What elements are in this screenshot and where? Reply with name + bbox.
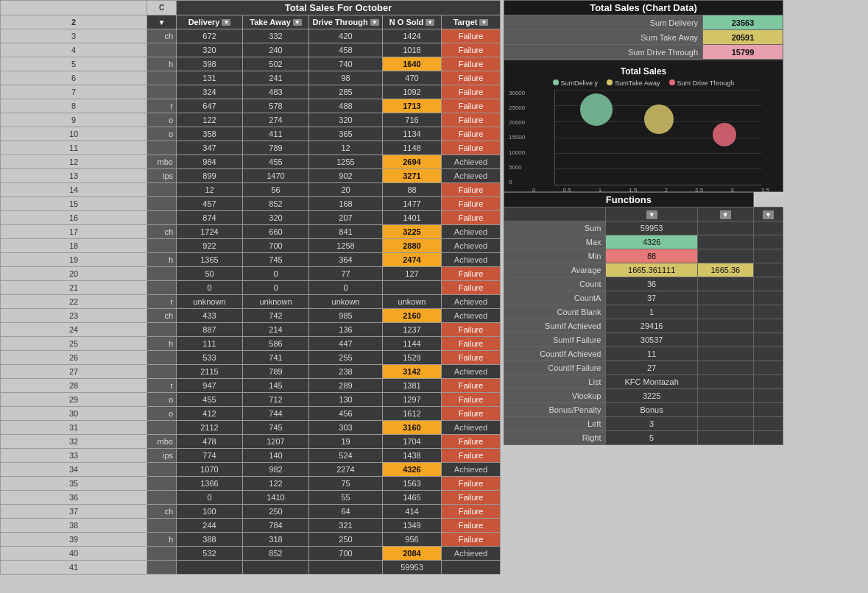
main-table-wrapper[interactable]: C Total Sales For October 2 ▼ Delivery ▼ bbox=[0, 0, 501, 593]
func-col4-dropdown[interactable]: ▼ bbox=[763, 210, 774, 219]
func-countif-ach-label: CountIf Achieved bbox=[504, 347, 606, 361]
func-row-sumif-fail: SumIf Failure 30537 bbox=[504, 333, 783, 347]
nosold-cell-4: 1018 bbox=[383, 43, 442, 57]
takeaway-cell-17: 660 bbox=[243, 225, 309, 239]
table-row: 43202404581018Failure bbox=[1, 43, 501, 57]
func-vlookup-val1: 3225 bbox=[606, 389, 697, 403]
row-label-27 bbox=[147, 365, 177, 379]
delivery-cell-3: 672 bbox=[177, 29, 243, 43]
takeaway-cell-36: 1410 bbox=[243, 491, 309, 505]
table-row: 168743202071401Failure bbox=[1, 211, 501, 225]
legend-takeaway-dot bbox=[607, 79, 613, 85]
corner-cell bbox=[1, 1, 147, 15]
func-row-avg: Avarage 1665.361111 1665.36 bbox=[504, 263, 783, 277]
row-num-13: 13 bbox=[1, 169, 147, 183]
func-col4-header[interactable]: ▼ bbox=[753, 207, 783, 221]
delivery-cell-34: 1070 bbox=[177, 463, 243, 477]
delivery-cell-31: 2112 bbox=[177, 421, 243, 435]
delivery-dropdown[interactable]: ▼ bbox=[222, 19, 230, 26]
nosold-cell-6: 470 bbox=[383, 71, 442, 85]
func-bonus-val1: Bonus bbox=[606, 403, 697, 417]
row-label-15 bbox=[147, 197, 177, 211]
func-count-label: Count bbox=[504, 277, 606, 291]
takeaway-cell-23: 742 bbox=[243, 309, 309, 323]
target-cell-24: Failure bbox=[442, 323, 501, 337]
target-dropdown[interactable]: ▼ bbox=[479, 19, 488, 26]
target-cell-29: Failure bbox=[442, 393, 501, 407]
takeaway-cell-22: unknown bbox=[243, 295, 309, 309]
target-cell-31: Achieved bbox=[442, 421, 501, 435]
nosold-cell-20: 127 bbox=[383, 267, 442, 281]
row-label-41 bbox=[147, 561, 177, 575]
func-row-countif-ach: CountIf Achieved 11 bbox=[504, 347, 783, 361]
delivery-cell-29: 455 bbox=[177, 393, 243, 407]
nosold-cell-34: 4326 bbox=[383, 463, 442, 477]
delivery-cell-19: 1365 bbox=[177, 253, 243, 267]
drive-dropdown[interactable]: ▼ bbox=[370, 19, 379, 26]
row-num-7: 7 bbox=[1, 85, 147, 99]
functions-title: Functions bbox=[504, 193, 754, 207]
func-countblank-label: Count Blank bbox=[504, 305, 606, 319]
nosold-cell-19: 2474 bbox=[383, 253, 442, 267]
row-num-16: 16 bbox=[1, 211, 147, 225]
func-row-count: Count 36 bbox=[504, 277, 783, 291]
row-num-41: 41 bbox=[1, 561, 147, 575]
target-cell-12: Achieved bbox=[442, 155, 501, 169]
table-row: 39h388318250956Failure bbox=[1, 533, 501, 547]
right-panel-scroll[interactable]: Total Sales (Chart Data) Sum Delivery 23… bbox=[504, 0, 783, 593]
col-c-header: C bbox=[147, 1, 177, 15]
target-cell-16: Failure bbox=[442, 211, 501, 225]
nosold-dropdown[interactable]: ▼ bbox=[426, 19, 434, 26]
func-row-vlookup: Vlookup 3225 bbox=[504, 389, 783, 403]
takeaway-cell-13: 1470 bbox=[243, 169, 309, 183]
func-row-right: Right 5 bbox=[504, 431, 783, 445]
takeaway-cell-19: 745 bbox=[243, 253, 309, 267]
func-col3-header[interactable]: ▼ bbox=[697, 207, 753, 221]
table-row: 2721157892383142Achieved bbox=[1, 365, 501, 379]
takeaway-cell-11: 789 bbox=[243, 141, 309, 155]
takeaway-cell-14: 56 bbox=[243, 183, 309, 197]
func-col1-header bbox=[504, 207, 606, 221]
row-label-17: ch bbox=[147, 225, 177, 239]
nosold-cell-36: 1465 bbox=[383, 491, 442, 505]
func-col2-dropdown[interactable]: ▼ bbox=[646, 210, 657, 219]
takeaway-cell-16: 320 bbox=[243, 211, 309, 225]
func-right-val1: 5 bbox=[606, 431, 697, 445]
delivery-cell-38: 244 bbox=[177, 519, 243, 533]
target-cell-19: Achieved bbox=[442, 253, 501, 267]
takeaway-cell-26: 741 bbox=[243, 351, 309, 365]
drive-cell-18: 1258 bbox=[309, 239, 383, 253]
row-label-34 bbox=[147, 463, 177, 477]
nosold-cell-40: 2084 bbox=[383, 547, 442, 561]
table-row: 22runknownunknownunkownunkownAchieved bbox=[1, 295, 501, 309]
takeaway-dropdown[interactable]: ▼ bbox=[293, 19, 302, 26]
func-col3-dropdown[interactable]: ▼ bbox=[720, 210, 731, 219]
bubble-chart: Total Sales SumDelive y SumTake Away Sum… bbox=[504, 60, 783, 192]
row-num-5: 5 bbox=[1, 57, 147, 71]
delivery-cell-6: 131 bbox=[177, 71, 243, 85]
takeaway-cell-6: 241 bbox=[243, 71, 309, 85]
chart-area bbox=[554, 90, 762, 185]
col-delivery-header[interactable]: Delivery ▼ bbox=[177, 15, 243, 29]
drive-cell-3: 420 bbox=[309, 29, 383, 43]
col-takeaway-header[interactable]: Take Away ▼ bbox=[243, 15, 309, 29]
drive-cell-22: unkown bbox=[309, 295, 383, 309]
col-target-header[interactable]: Target ▼ bbox=[442, 15, 501, 29]
row-label-6 bbox=[147, 71, 177, 85]
func-countblank-val1: 1 bbox=[606, 305, 697, 319]
drive-cell-9: 320 bbox=[309, 113, 383, 127]
legend-drive-dot bbox=[669, 79, 675, 85]
row-num-25: 25 bbox=[1, 337, 147, 351]
takeaway-cell-9: 274 bbox=[243, 113, 309, 127]
col-drive-header[interactable]: Drive Through ▼ bbox=[309, 15, 383, 29]
row-num-14: 14 bbox=[1, 183, 147, 197]
table-row: 8r6475784881713Failure bbox=[1, 99, 501, 113]
func-row-sum: Sum 59953 bbox=[504, 221, 783, 235]
takeaway-cell-39: 318 bbox=[243, 533, 309, 547]
func-col2-header[interactable]: ▼ bbox=[606, 207, 697, 221]
col-nosold-header[interactable]: N O Sold ▼ bbox=[383, 15, 442, 29]
table-row: 1412562088Failure bbox=[1, 183, 501, 197]
func-max-val1: 4326 bbox=[606, 235, 697, 249]
drive-cell-6: 98 bbox=[309, 71, 383, 85]
target-cell-22: Achieved bbox=[442, 295, 501, 309]
